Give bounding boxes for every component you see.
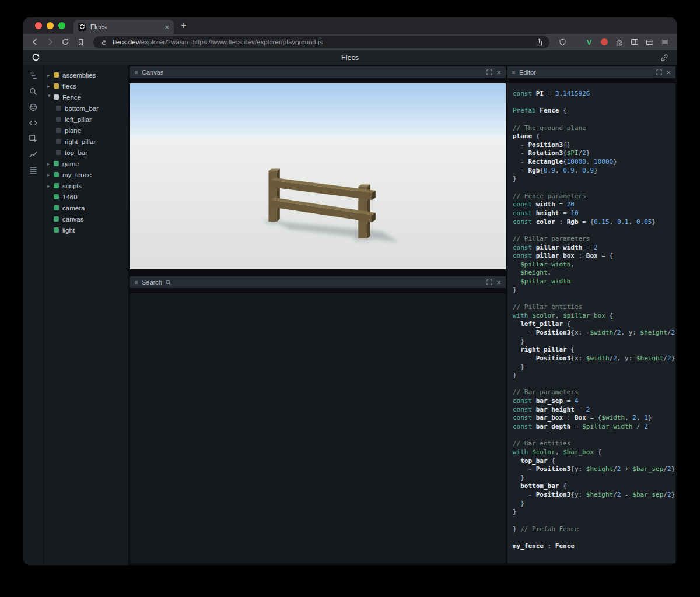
search-results-area xyxy=(130,293,506,563)
browser-toolbar: flecs.dev/explorer/?wasm=https://www.fle… xyxy=(23,34,677,50)
tree-item-Fence[interactable]: ▸Fence xyxy=(44,92,128,103)
code-line: my_fence : Fence xyxy=(513,542,676,551)
tree-item-top_bar[interactable]: top_bar xyxy=(44,147,128,158)
code-line: - Position3{} xyxy=(513,141,676,150)
canvas-panel-header: Canvas × xyxy=(130,66,506,78)
entity-kind-square-icon xyxy=(54,194,59,199)
zoom-window-button[interactable] xyxy=(58,22,65,29)
close-icon[interactable]: × xyxy=(496,69,501,76)
extensions-puzzle-icon[interactable] xyxy=(615,37,624,47)
tab-close-button[interactable]: × xyxy=(164,23,169,31)
tree-expand-arrow-icon[interactable]: ▸ xyxy=(47,72,54,78)
forward-button[interactable] xyxy=(46,37,55,47)
sidebar-toggle-icon[interactable] xyxy=(630,37,639,47)
link-icon[interactable] xyxy=(660,54,668,62)
panel-bullet-icon xyxy=(135,281,138,284)
bookmark-icon[interactable] xyxy=(76,37,85,47)
tree-expand-arrow-icon[interactable]: ▸ xyxy=(47,83,54,89)
code-line xyxy=(513,533,676,542)
flecs-favicon-icon xyxy=(78,23,86,31)
tree-item-game[interactable]: ▸game xyxy=(44,158,128,169)
tree-expand-arrow-icon[interactable]: ▸ xyxy=(47,183,54,189)
tree-item-light[interactable]: light xyxy=(44,224,128,236)
sphere-icon[interactable] xyxy=(29,103,38,112)
code-line: const bar_box : Box = {$width, 2, 1} xyxy=(513,414,676,423)
code-line: } xyxy=(513,508,676,517)
code-line: with $color, $pillar_box { xyxy=(513,312,676,321)
code-line xyxy=(513,115,676,124)
vue-extension-icon[interactable]: V xyxy=(584,37,594,47)
wallet-icon[interactable] xyxy=(645,37,654,47)
chart-icon[interactable] xyxy=(29,150,38,159)
inspect-icon[interactable] xyxy=(29,134,38,143)
expand-icon[interactable] xyxy=(487,69,492,75)
code-line: } // Prefab Fence xyxy=(513,525,676,534)
url-text: flecs.dev/explorer/?wasm=https://www.fle… xyxy=(113,38,323,45)
tree-expand-arrow-icon[interactable]: ▸ xyxy=(47,94,52,101)
tree-item-my_fence[interactable]: ▸my_fence xyxy=(44,169,128,180)
tree-expand-arrow-icon[interactable]: ▸ xyxy=(47,172,54,178)
code-line: } xyxy=(513,474,676,483)
tree-item-bottom_bar[interactable]: bottom_bar xyxy=(44,103,128,114)
tab-title: Flecs xyxy=(90,23,160,30)
tree-item-label: right_pillar xyxy=(65,138,96,145)
tree-item-label: bottom_bar xyxy=(65,105,99,112)
search-icon[interactable] xyxy=(29,87,38,96)
code-line: - Rgb{0.9, 0.9, 0.9} xyxy=(513,167,676,175)
address-bar[interactable]: flecs.dev/explorer/?wasm=https://www.fle… xyxy=(93,36,550,48)
tree-item-right_pillar[interactable]: right_pillar xyxy=(44,136,128,147)
menu-icon[interactable] xyxy=(660,37,670,47)
tree-item-left_pillar[interactable]: left_pillar xyxy=(44,114,128,125)
tree-item-camera[interactable]: camera xyxy=(44,202,128,213)
entity-kind-square-icon xyxy=(54,72,59,78)
new-tab-button[interactable]: + xyxy=(181,21,186,30)
browser-tab[interactable]: Flecs × xyxy=(74,20,174,34)
tree-expand-arrow-icon[interactable]: ▸ xyxy=(47,161,54,167)
reload-button[interactable] xyxy=(61,37,70,47)
panel-bullet-icon xyxy=(512,71,515,74)
entity-kind-square-icon xyxy=(54,183,59,188)
search-panel-header: Search × xyxy=(130,276,506,288)
url-path: /explorer/?wasm=https://www.flecs.dev/ex… xyxy=(139,38,323,45)
entity-kind-square-icon xyxy=(54,83,59,89)
canvas-panel: Canvas × xyxy=(130,66,506,269)
tree-item-canvas[interactable]: canvas xyxy=(44,213,128,224)
entity-kind-square-icon xyxy=(54,161,59,166)
tree-item-assemblies[interactable]: ▸assemblies xyxy=(44,69,128,80)
panel-bullet-icon xyxy=(135,71,138,74)
editor-code[interactable]: const PI = 3.1415926 Prefab Fence { // T… xyxy=(508,83,676,563)
tree-item-flecs[interactable]: ▸flecs xyxy=(44,80,128,92)
red-extension-icon[interactable] xyxy=(600,37,609,47)
tree-item-1460[interactable]: 1460 xyxy=(44,191,128,202)
code-line: const width = 20 xyxy=(513,201,676,209)
code-line: // Pillar parameters xyxy=(513,235,676,244)
code-line: bottom_bar { xyxy=(513,482,676,491)
share-icon[interactable] xyxy=(534,37,544,47)
tree-item-scripts[interactable]: ▸scripts xyxy=(44,180,128,191)
code-line xyxy=(513,99,676,107)
search-icon xyxy=(165,279,172,286)
close-icon[interactable]: × xyxy=(666,69,671,76)
close-window-button[interactable] xyxy=(35,22,42,29)
expand-icon[interactable] xyxy=(487,279,492,285)
flecs-logo-icon[interactable] xyxy=(32,53,40,62)
entity-kind-square-icon xyxy=(56,150,61,155)
code-line: // Bar entities xyxy=(513,440,676,448)
tree-item-label: top_bar xyxy=(65,149,88,156)
tree-icon[interactable] xyxy=(29,71,38,80)
canvas-3d-view[interactable] xyxy=(130,83,506,269)
code-line: const bar_depth = $pillar_width / 2 xyxy=(513,423,676,431)
shield-icon[interactable] xyxy=(558,37,567,47)
expand-icon[interactable] xyxy=(656,69,662,75)
code-line: } xyxy=(513,500,676,508)
code-line: top_bar { xyxy=(513,457,676,466)
rows-icon[interactable] xyxy=(29,166,38,175)
entity-kind-square-icon xyxy=(54,205,59,210)
tree-item-label: camera xyxy=(62,205,85,212)
minimize-window-button[interactable] xyxy=(47,22,54,29)
code-icon[interactable] xyxy=(29,118,38,128)
back-button[interactable] xyxy=(30,37,40,47)
tree-item-label: my_fence xyxy=(62,171,92,178)
close-icon[interactable]: × xyxy=(496,279,501,286)
tree-item-plane[interactable]: plane xyxy=(44,125,128,136)
